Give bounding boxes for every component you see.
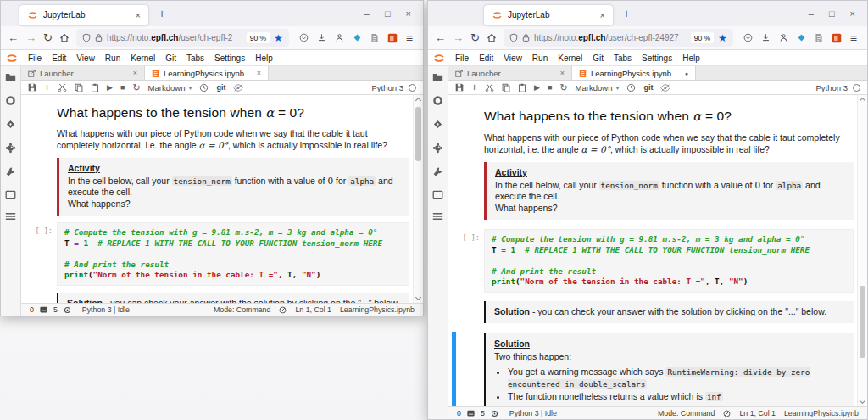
tab-close-icon[interactable]: × xyxy=(136,10,141,20)
notebook-scrollbar[interactable] xyxy=(413,95,423,303)
home-button[interactable] xyxy=(59,33,70,43)
add-cell-icon[interactable]: + xyxy=(471,82,477,92)
shield-icon[interactable] xyxy=(509,33,518,42)
new-tab-button[interactable]: + xyxy=(159,7,165,20)
menu-edit[interactable]: Edit xyxy=(47,53,71,63)
home-button[interactable] xyxy=(487,33,497,43)
save-icon[interactable] xyxy=(455,83,464,92)
kernel-status-text[interactable]: Python 3 | Idle xyxy=(82,305,130,314)
download-icon[interactable] xyxy=(761,33,771,42)
menu-settings[interactable]: Settings xyxy=(209,53,250,63)
maximize-button[interactable]: □ xyxy=(829,8,835,19)
cursor-position[interactable]: Ln 1, Col 1 xyxy=(739,409,776,417)
url-bar[interactable]: https://noto.epfl.ch/user/ch-epfl-2 90 %… xyxy=(76,29,289,47)
paste-icon[interactable] xyxy=(518,83,526,92)
menu-tabs[interactable]: Tabs xyxy=(181,53,209,63)
scrollbar-thumb[interactable] xyxy=(860,286,865,358)
copy-icon[interactable] xyxy=(502,83,510,92)
tab-launcher[interactable]: Launcher × xyxy=(448,66,572,80)
menu-run[interactable]: Run xyxy=(100,53,125,63)
hide-cell-icon[interactable] xyxy=(660,84,670,92)
tab-notebook[interactable]: LearningPhysics.ipynb × xyxy=(145,66,269,80)
toc-icon[interactable] xyxy=(432,212,443,221)
back-button[interactable]: ← xyxy=(435,31,446,44)
run-icon[interactable]: ▶ xyxy=(534,84,540,92)
browser-tab[interactable]: JupyterLab × xyxy=(484,5,613,25)
git-toolbar-icon[interactable]: git xyxy=(643,83,653,92)
pocket-icon[interactable] xyxy=(299,33,309,42)
copy-icon[interactable] xyxy=(75,83,83,92)
extension-diamond-icon[interactable] xyxy=(353,33,362,42)
maximize-button[interactable]: □ xyxy=(385,8,391,19)
tab-launcher[interactable]: Launcher × xyxy=(21,66,145,80)
tab-close-icon[interactable]: × xyxy=(257,69,261,77)
run-icon[interactable]: ▶ xyxy=(107,84,113,92)
notebook-scroll-area[interactable]: What happens to the tension when α = 0? … xyxy=(448,95,867,406)
paste-icon[interactable] xyxy=(91,83,99,92)
property-inspector-icon[interactable] xyxy=(432,166,443,177)
unsaved-changes-dot[interactable]: ● xyxy=(685,70,688,76)
minimize-button[interactable]: – xyxy=(364,8,370,19)
shield-icon[interactable] xyxy=(82,33,91,42)
restart-kernel-icon[interactable]: ↻ xyxy=(132,83,140,92)
stop-icon[interactable]: ■ xyxy=(548,84,552,92)
code-cell[interactable]: [ ]: # Compute the tension with g = 9.81… xyxy=(26,222,409,286)
extension-diamond-icon[interactable] xyxy=(797,33,806,42)
markdown-cell-heading[interactable]: What happens to the tension when α = 0? … xyxy=(26,105,409,151)
save-icon[interactable] xyxy=(28,83,36,92)
extensions-icon[interactable] xyxy=(432,143,443,154)
stop-icon[interactable]: ■ xyxy=(120,84,125,92)
reload-button[interactable]: ↻ xyxy=(470,31,480,44)
markdown-cell-activity[interactable]: Activity In the cell below, call your te… xyxy=(453,162,854,220)
scrollbar-thumb[interactable] xyxy=(415,107,421,161)
new-tab-button[interactable]: + xyxy=(623,7,630,20)
menu-file[interactable]: File xyxy=(23,53,47,63)
scroll-up-icon[interactable] xyxy=(860,98,865,104)
code-editor[interactable]: # Compute the tension with g = 9.81 m.s-… xyxy=(57,222,409,286)
git-toolbar-icon[interactable]: git xyxy=(216,83,225,92)
kernel-indicator[interactable]: Python 3 xyxy=(816,83,861,92)
code-editor[interactable]: # Compute the tension with g = 9.81 m.s-… xyxy=(484,229,854,293)
pocket-icon[interactable] xyxy=(743,33,753,42)
cut-icon[interactable] xyxy=(58,83,67,92)
property-inspector-icon[interactable] xyxy=(5,166,16,177)
notebook-scrollbar[interactable] xyxy=(857,95,867,406)
terminal-count[interactable]: 0 xyxy=(457,409,461,417)
account-icon[interactable] xyxy=(779,33,788,42)
tab-notebook[interactable]: LearningPhysics.ipynb ● xyxy=(572,66,696,80)
files-icon[interactable] xyxy=(432,73,443,82)
menu-file[interactable]: File xyxy=(450,53,474,63)
hide-cell-icon[interactable] xyxy=(233,84,243,92)
running-kernels-icon[interactable] xyxy=(5,95,16,106)
circle-dot-icon[interactable] xyxy=(626,83,636,92)
notifications-off-icon[interactable] xyxy=(723,410,731,417)
toc-icon[interactable] xyxy=(5,212,16,221)
reload-button[interactable]: ↻ xyxy=(43,31,53,44)
kernel-count[interactable]: 5 xyxy=(53,305,58,314)
url-text[interactable]: https://noto.epfl.ch/user/ch-epfl-24927 xyxy=(534,33,687,42)
notebook-scroll-area[interactable]: What happens to the tension when α = 0? … xyxy=(21,95,423,303)
menu-edit[interactable]: Edit xyxy=(474,53,498,63)
close-button[interactable]: × xyxy=(850,8,855,19)
menu-run[interactable]: Run xyxy=(527,53,553,63)
zoom-level-badge[interactable]: 90 % xyxy=(247,32,270,43)
terminal-count[interactable]: 0 xyxy=(30,305,34,314)
cell-type-dropdown[interactable]: Markdown▾ xyxy=(576,83,620,92)
circle-dot-icon[interactable] xyxy=(199,83,209,92)
forward-button[interactable]: → xyxy=(453,31,464,44)
code-cell[interactable]: [ ]: # Compute the tension with g = 9.81… xyxy=(453,229,854,293)
menu-help[interactable]: Help xyxy=(250,53,278,63)
extension-page-icon[interactable] xyxy=(370,33,379,43)
bookmark-star-icon[interactable]: ★ xyxy=(718,32,727,44)
menu-icon[interactable]: ≡ xyxy=(850,31,857,45)
tab-close-icon[interactable]: × xyxy=(133,69,137,77)
account-icon[interactable] xyxy=(335,33,344,42)
scroll-up-icon[interactable] xyxy=(415,98,421,104)
kernel-count[interactable]: 5 xyxy=(481,409,485,417)
menu-view[interactable]: View xyxy=(71,53,100,63)
menu-view[interactable]: View xyxy=(498,53,527,63)
close-button[interactable]: × xyxy=(406,8,411,19)
menu-settings[interactable]: Settings xyxy=(637,53,677,63)
git-icon[interactable] xyxy=(5,119,16,130)
restart-kernel-icon[interactable]: ↻ xyxy=(559,83,567,92)
